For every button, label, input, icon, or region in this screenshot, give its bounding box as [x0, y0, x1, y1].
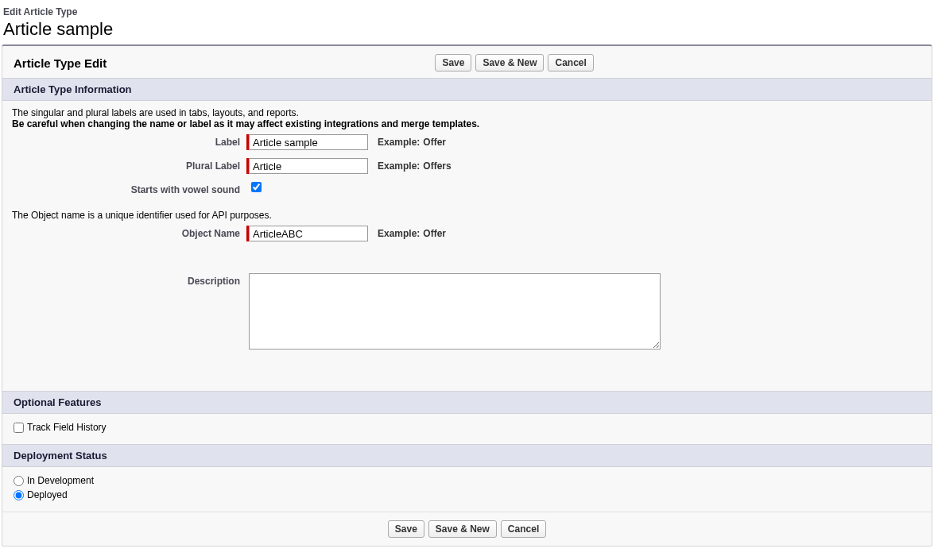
object-name-input[interactable]	[249, 226, 368, 241]
label-label: Label	[12, 134, 246, 148]
example-value: Offers	[423, 160, 451, 172]
example-label: Example:	[378, 137, 420, 148]
save-new-button[interactable]: Save & New	[475, 54, 544, 71]
description-label: Description	[12, 273, 246, 287]
save-button[interactable]: Save	[388, 520, 424, 538]
plural-label-input[interactable]	[249, 158, 368, 174]
deploy-in-dev-radio[interactable]	[14, 476, 24, 486]
deploy-in-dev-label: In Development	[27, 475, 94, 486]
deploy-deployed-radio[interactable]	[14, 490, 24, 500]
panel-title: Article Type Edit	[14, 56, 107, 70]
section-deploy-header: Deployment Status	[2, 444, 932, 467]
breadcrumb: Edit Article Type	[3, 6, 931, 17]
deploy-in-dev-option[interactable]: In Development	[14, 475, 920, 486]
track-history-label: Track Field History	[27, 422, 107, 433]
vowel-label: Starts with vowel sound	[12, 182, 246, 195]
help-text-1: The singular and plural labels are used …	[12, 107, 922, 118]
deploy-deployed-label: Deployed	[27, 489, 68, 500]
object-name-label: Object Name	[12, 226, 246, 239]
help-text-2: Be careful when changing the name or lab…	[12, 118, 922, 129]
cancel-button[interactable]: Cancel	[501, 520, 546, 538]
save-button[interactable]: Save	[435, 54, 471, 71]
cancel-button[interactable]: Cancel	[548, 54, 593, 71]
description-textarea[interactable]	[249, 273, 661, 350]
track-history-checkbox[interactable]	[14, 423, 24, 433]
example-label: Example:	[378, 160, 420, 172]
edit-panel: Article Type Edit Save Save & New Cancel…	[2, 44, 932, 546]
page-title: Article sample	[3, 19, 931, 40]
example-value: Offer	[423, 137, 446, 148]
deploy-deployed-option[interactable]: Deployed	[14, 489, 920, 500]
section-optional-header: Optional Features	[2, 391, 932, 414]
save-new-button[interactable]: Save & New	[428, 520, 497, 538]
example-label: Example:	[378, 228, 420, 239]
object-help: The Object name is a unique identifier u…	[12, 210, 922, 221]
example-value: Offer	[423, 228, 446, 239]
top-button-row: Save Save & New Cancel	[107, 54, 922, 71]
track-history-option[interactable]: Track Field History	[14, 422, 920, 433]
bottom-button-row: Save Save & New Cancel	[2, 512, 932, 546]
label-input[interactable]	[249, 134, 368, 150]
vowel-checkbox[interactable]	[251, 182, 262, 192]
section-info-header: Article Type Information	[2, 78, 932, 101]
plural-label-label: Plural Label	[12, 158, 246, 172]
